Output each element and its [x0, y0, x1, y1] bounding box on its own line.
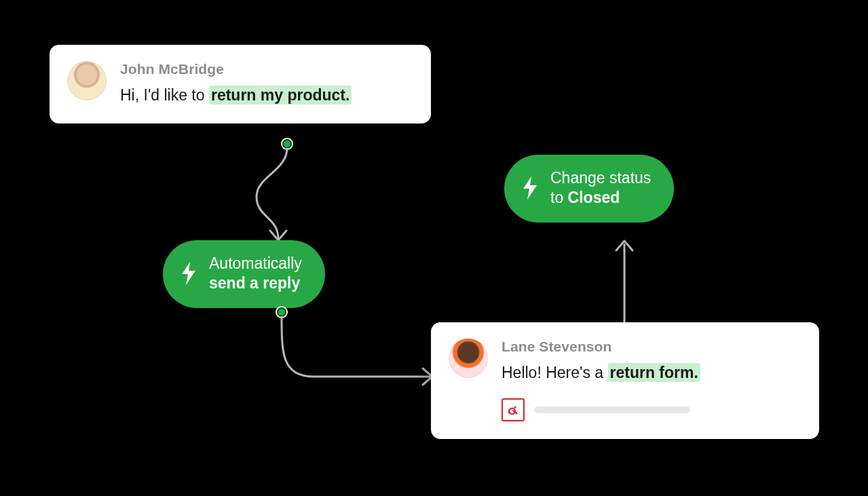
author-name: John McBridge [120, 61, 352, 77]
lightning-icon [181, 262, 197, 285]
customer-message-card: John McBridge Hi, I'd like to return my … [50, 45, 431, 123]
agent-reply-card: Lane Stevenson Hello! Here's a return fo… [431, 322, 819, 439]
highlighted-phrase: return form. [608, 363, 700, 382]
lightning-icon [522, 176, 538, 199]
connector-dot [277, 307, 286, 317]
change-status-action: Change status to Closed [504, 155, 674, 223]
highlighted-phrase: return my product. [209, 85, 352, 104]
pdf-icon [502, 398, 525, 421]
connector-arrow-1 [244, 144, 326, 246]
line2-prefix: to [550, 189, 568, 206]
connector-arrow-3 [611, 234, 652, 329]
message-prefix: Hello! Here's a [502, 364, 608, 381]
message-text: Hello! Here's a return form. [502, 363, 700, 383]
action-line-2: send a reply [209, 273, 302, 293]
svg-point-1 [508, 411, 510, 413]
connector-dot [282, 139, 292, 149]
attachment-placeholder [534, 406, 690, 413]
action-line-1: Change status [550, 168, 651, 188]
connector-arrow-2 [275, 312, 445, 394]
status-value: Closed [568, 189, 620, 206]
auto-reply-action: Automatically send a reply [163, 240, 325, 308]
author-name: Lane Stevenson [502, 339, 700, 355]
svg-point-0 [514, 406, 516, 408]
message-prefix: Hi, I'd like to [120, 86, 209, 104]
avatar [67, 61, 107, 100]
action-line-1: Automatically [209, 254, 302, 273]
avatar [449, 339, 488, 378]
message-text: Hi, I'd like to return my product. [120, 85, 352, 106]
action-line-2: to Closed [550, 188, 651, 208]
attachment-row [502, 398, 700, 421]
